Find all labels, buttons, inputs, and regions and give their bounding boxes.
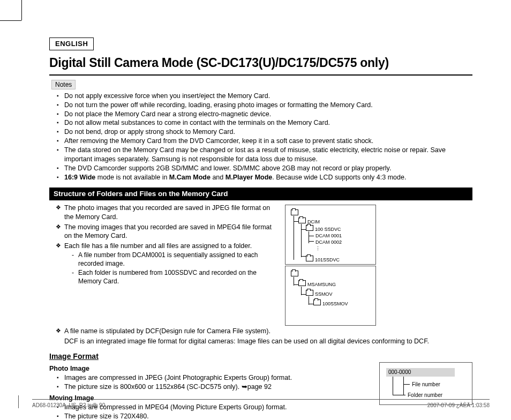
list-item: The picture size is 720X480. [57, 412, 360, 420]
photo-image-list: Images are compressed in JPEG (Joint Pho… [57, 373, 360, 392]
page-title: Digital Still Camera Mode (SC-DC173(U)/D… [49, 55, 472, 76]
folder-number-label: Folder number [408, 392, 442, 399]
note-item: The DVD Camcorder supports 2GB SD/MMC an… [57, 164, 472, 173]
list-item: The picture size is 800x600 or 1152x864 … [57, 382, 360, 392]
structure-point: The photo images that you recorded are s… [56, 204, 280, 222]
note-item: Do not turn the power off while recordin… [57, 101, 472, 110]
note-item: After removing the Memory Card from the … [57, 137, 472, 146]
footer: AD68-01230A_US_R2.indb 90 2007-07-09 ¿ÀÈ… [32, 399, 490, 410]
note-item: Do not place the Memory Card near a stro… [57, 110, 472, 119]
footer-right: 2007-07-09 ¿ÀÈÄ 1:03:58 [427, 402, 490, 409]
notes-heading: Notes [51, 80, 76, 89]
structure-point: Each file has a file number and all file… [56, 242, 280, 286]
note-item: Do not apply excessive force when you in… [57, 92, 472, 101]
language-label: ENGLISH [49, 38, 94, 50]
diagram-photo-image: DCIM 100 SSDVC DCAM 0001 DCAM 0002 [285, 205, 376, 265]
footer-left: AD68-01230A_US_R2.indb 90 [32, 402, 105, 409]
structure-subpoint: A file number from DCAM0001 is sequentia… [72, 251, 280, 268]
note-item: 16:9 Wide mode is not available in M.Cam… [57, 173, 472, 182]
file-number-label: File number [412, 381, 440, 388]
structure-points: The photo images that you recorded are s… [56, 204, 280, 286]
structure-point: A file name is stipulated by DCF(Design … [56, 327, 472, 336]
structure-subpoint: Each folder is numbered from 100SSDVC an… [72, 268, 280, 286]
section-structure-heading: Structure of Folders and Files on the Me… [49, 188, 472, 200]
structure-point: The moving images that you recorded are … [56, 223, 280, 241]
dcf-description: DCF is an integrated image file format f… [64, 337, 472, 346]
photo-image-heading: Photo Image [49, 364, 360, 373]
note-item: Do not allow metal substances to come in… [57, 118, 472, 128]
notes-list: Do not apply excessive force when you in… [57, 92, 472, 182]
diagram-moving-image: MSAMSUNG SSMOV 100SSMOV [285, 266, 376, 326]
note-item: Do not bend, drop or apply strong shock … [57, 128, 472, 137]
mplayer-header: 000-0000 [386, 368, 455, 377]
list-item: Images are compressed in JPEG (Joint Pho… [57, 373, 360, 382]
structure-points-cont: A file name is stipulated by DCF(Design … [56, 327, 472, 336]
image-format-heading: Image Format [49, 351, 472, 362]
note-item: The data stored on the Memory Card may b… [57, 146, 472, 164]
